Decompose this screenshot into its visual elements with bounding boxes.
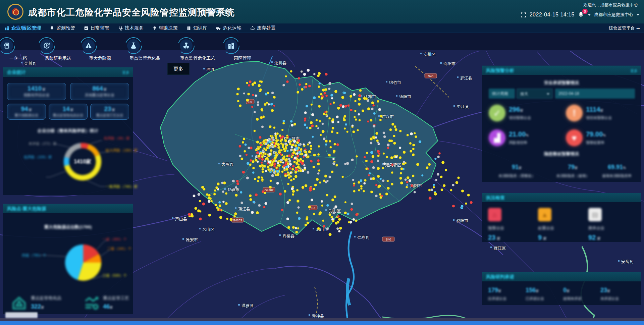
nav-item-5[interactable]: 辅助决策 [152,25,178,31]
nav-item-1[interactable]: 企业/园区管理 [5,25,41,31]
subnav-item-4[interactable]: 重点监管危化品 [125,37,165,61]
subnav-item-1[interactable]: 一企一档 [0,37,38,61]
stat-number: 296 [509,106,520,113]
panel-major-hazard: 风险点-重大危险源 重大危险源点位数(1766) 一级（300）个二级（141）… [3,204,133,314]
enterprise-stat-box[interactable]: 14家重点监管危化品企业 [49,104,88,120]
stat-number: 23 [600,287,607,293]
stat-unit: 家 [42,88,46,91]
stat-value: 296家 [509,106,531,113]
subnav-item-3[interactable]: 重大危险源 [80,37,120,61]
road-badge: S40 [425,73,437,78]
stat-unit: % [526,133,529,137]
date-picker[interactable]: 2022-04-18 [555,89,635,99]
stat-value: 79.00% [586,130,606,138]
portal-link-label: 综合监管平台 [609,25,635,31]
inspection-item[interactable]: ▤两单企业92家 [588,208,604,241]
truck-icon [216,26,221,31]
subnav-item-label: 园区管理 [222,55,263,61]
svg-text:安岳县: 安岳县 [621,259,633,264]
svg-text:芦山县: 芦山县 [175,217,187,221]
current-org-name[interactable]: 成都市应急救援中心 [594,12,633,18]
svg-text:广汉市: 广汉市 [382,114,394,119]
inspection-item[interactable]: ⌂预警企业23家 [488,208,504,241]
stat-label: 重点监管工艺企业 [91,113,129,118]
subnav-item-2[interactable]: 风险研判承诺 [38,37,78,61]
nav-item-label: 辅助决策 [159,25,178,31]
svg-text:G4202: G4202 [264,188,273,192]
svg-text:大邑县: 大邑县 [221,162,233,167]
inspection-value: 92家 [588,234,604,241]
system-title: 成都市化工危险化学品安全风险管控监测预警系统 [28,6,235,18]
subnav-item-6[interactable]: 园区管理 [222,37,263,61]
donut-callout-label: 一般风险（740）家 [106,184,138,189]
nav-item-2[interactable]: 监测预警 [50,25,75,31]
chevron-down-icon[interactable] [637,14,639,16]
enterprise-stat-box[interactable]: 864家其他重点监管企业 [70,83,129,100]
nav-item-3[interactable]: 日常监管 [84,25,109,31]
stat-label: 管控预警企业 [509,115,531,120]
pie-callout-label: 二级（141）个 [107,246,131,251]
map-more-button[interactable]: 更多 [168,63,189,74]
svg-text:蒲江县: 蒲江县 [238,207,250,211]
inspection-item[interactable]: ▲处置企业9家 [538,208,554,241]
portal-link[interactable]: 综合监管平台 ➞ [609,23,640,33]
agency-logo [7,4,23,20]
svg-text:名山区: 名山区 [202,227,214,232]
system-navigation-button[interactable]: 系统导航 [205,8,232,14]
stat-value: 94家 [7,105,46,113]
system-navigation-label: 系统导航 [212,8,232,14]
enterprise-stat-box[interactable]: 94家重大危险源企业 [7,104,46,120]
svg-text:绵竹市: 绵竹市 [389,80,401,85]
inspection-label: 处置企业 [538,225,554,231]
panel-more-link[interactable]: 更多 [122,70,129,75]
nav-item-label: 监测预警 [56,25,75,31]
stat-number: 864 [92,85,103,92]
stat-unit: 家 [520,109,523,112]
stat-value: 1410家 [7,85,66,92]
panel-inspection: 执法检查 ⌂预警企业23家▲处置企业9家▤两单企业92家 [482,193,641,242]
square-notice-icon: ▲ [538,208,551,221]
stat-label: 超期未承诺 [563,296,582,301]
main-navbar: 企业/园区管理监测预警日常监管技术服务辅助决策知识库危化运输废弃处置 综合监管平… [0,23,644,33]
fullscreen-icon[interactable] [521,12,526,18]
nav-item-8[interactable]: 废弃处置 [250,25,276,31]
subnav-item-5[interactable]: 重点监管危化工艺 [177,37,218,61]
stat-number: 14 [62,105,69,112]
circle-chart-icon: ▟ [489,129,505,146]
stat-value: 864家 [70,85,129,92]
subnav-item-label: 一企一档 [0,55,38,61]
period-select[interactable]: 按天 [517,89,553,99]
pie-chart-title: 重大危险源点位数(1766) [3,224,133,230]
enterprise-stat-box[interactable]: 23家重点监管工艺企业 [90,104,129,120]
footer-stat-text: 重点监管危化品322家 [31,295,61,310]
rectify-stat: 91家未消除隐患（需整改） [485,164,549,178]
nav-item-4[interactable]: 技术服务 [118,25,144,31]
nav-item-7[interactable]: 危化运输 [216,25,241,31]
stat-unit: 家 [498,289,501,293]
panel-header: 企业统计 更多 [3,67,133,77]
bulb-icon [152,26,157,31]
stat-label: 未消除隐患（需整改） [485,173,549,178]
stat-number: 79.00 [586,130,603,138]
hazard-footer-stat: 重点监管危化品322家 [11,295,61,311]
donut-callout-label: 高风险（99）家 [104,136,130,141]
donut-chart-title: 企业分级（整体风险评级）统计 [3,128,133,134]
footer-stat-text: 重点监管工艺46家 [103,295,129,310]
stat-number: 9 [538,234,542,241]
nav-item-6[interactable]: 知识库 [186,25,207,31]
circle-shield-icon: ♥ [566,129,583,146]
svg-text:中江县: 中江县 [457,104,469,109]
rectify-stat: 79家未消除隐患（逾期） [544,164,601,178]
pie-callout-label: 三级（530）个 [102,273,127,278]
stat-number: 1114 [586,106,600,113]
section-title: 安全承诺预警情况 [482,80,641,86]
svg-text:仁寿县: 仁寿县 [357,235,369,240]
chevron-down-icon[interactable] [588,14,591,16]
panel-more-link[interactable]: 更多 [630,68,638,73]
commitment-item: 0家超期未承诺 [563,287,582,301]
notification-bell-icon[interactable]: 0 [578,11,585,18]
stat-number: 23 [488,234,495,241]
enterprise-stat-box[interactable]: 1410家危险化学品企业 [7,83,66,100]
road-badge: S40 [382,237,394,241]
stat-number: 23 [104,105,111,112]
